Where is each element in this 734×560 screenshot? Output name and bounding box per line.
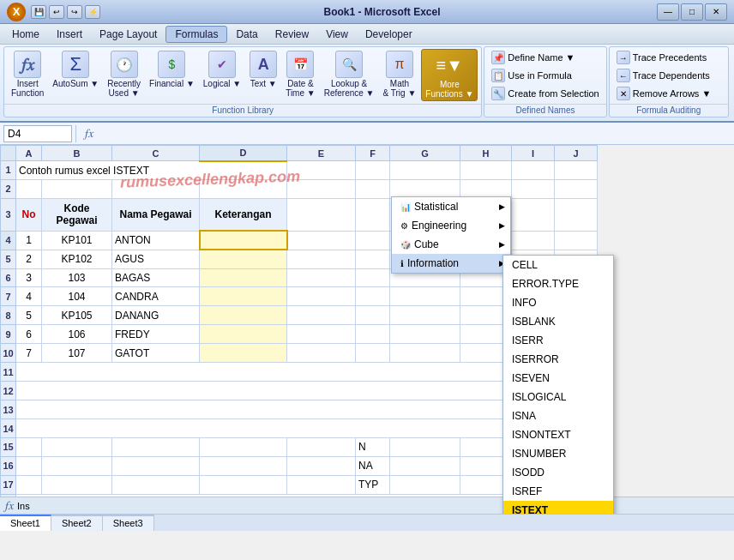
cell-f2[interactable] [356,179,390,198]
cell-c6[interactable]: BAGAS [112,268,200,287]
cell-g1[interactable] [390,161,460,180]
cell-d9[interactable] [200,325,287,344]
cell-d3[interactable]: Keterangan [200,198,287,231]
cell-c16[interactable] [112,456,200,475]
cell-b16[interactable] [42,456,112,475]
col-header-b[interactable]: B [42,146,112,161]
cell-j3[interactable] [555,198,598,231]
redo-btn[interactable]: ↪ [67,5,82,19]
col-header-i[interactable]: I [512,146,555,161]
submenu-item-isref[interactable]: ISREF [503,482,613,501]
submenu-item-isnontext[interactable]: ISNONTEXT [503,425,613,444]
trace-precedents-button[interactable]: → Trace Precedents [613,49,710,66]
cell-j2[interactable] [555,179,598,198]
quick-access-toolbar[interactable]: 💾 ↩ ↪ ⚡ [31,5,100,19]
cell-b2[interactable] [42,179,112,198]
sheet-tab-2[interactable]: Sheet2 [51,515,103,531]
cell-a7[interactable]: 4 [16,287,42,306]
cell-e17[interactable] [287,475,356,494]
logical-button[interactable]: ✔ Logical ▼ [200,49,244,90]
cell-a6[interactable]: 3 [16,268,42,287]
cell-a1[interactable]: Contoh rumus excel ISTEXT [16,161,287,180]
submenu-item-iseven[interactable]: ISEVEN [503,369,613,388]
autosum-button[interactable]: Σ AutoSum ▼ [49,49,102,90]
menu-insert[interactable]: Insert [48,27,91,42]
cell-a8[interactable]: 5 [16,306,42,325]
cell-f7[interactable] [356,287,390,306]
cell-i1[interactable] [512,161,555,180]
cell-e4[interactable] [287,231,356,250]
window-controls[interactable]: — □ ✕ [657,3,727,21]
menu-view[interactable]: View [317,27,357,42]
cell-b15[interactable] [42,437,112,456]
define-name-button[interactable]: 📌 Define Name ▼ [488,49,578,66]
formula-bar-fx-icon[interactable]: 𝑓𝑥 [80,125,99,142]
submenu-item-istext[interactable]: ISTEXT [503,501,613,514]
cell-d4-selected[interactable] [200,231,287,250]
sheet-tab-3[interactable]: Sheet3 [103,515,154,531]
cell-i3[interactable] [512,198,555,231]
cell-g9[interactable] [390,325,460,344]
cell-g15[interactable] [390,437,460,456]
submenu-item-isnumber[interactable]: ISNUMBER [503,444,613,463]
cell-e1[interactable] [287,161,356,180]
cell-e9[interactable] [287,325,356,344]
submenu-item-iserror[interactable]: ISERROR [503,350,613,369]
submenu-item-cell[interactable]: CELL [503,256,613,274]
menu-page-layout[interactable]: Page Layout [91,27,165,42]
cell-b7[interactable]: 104 [42,287,112,306]
cell-d16[interactable] [200,456,287,475]
cell-b8[interactable]: KP105 [42,306,112,325]
cell-c7[interactable]: CANDRA [112,287,200,306]
col-header-j[interactable]: J [555,146,598,161]
cell-c5[interactable]: AGUS [112,250,200,268]
dropdown-item-information[interactable]: ℹ Information [392,254,510,273]
submenu-item-isblank[interactable]: ISBLANK [503,312,613,331]
save-btn[interactable]: 💾 [31,5,46,19]
cell-e16[interactable] [287,456,356,475]
cell-a5[interactable]: 2 [16,250,42,268]
submenu-item-errortype[interactable]: ERROR.TYPE [503,274,613,293]
cell-e3[interactable] [287,198,356,231]
cell-e8[interactable] [287,306,356,325]
submenu-item-iserr[interactable]: ISERR [503,331,613,350]
cell-c17[interactable] [112,475,200,494]
sheet-tab-1[interactable]: Sheet1 [0,515,51,531]
cell-d17[interactable] [200,475,287,494]
cell-c8[interactable]: DANANG [112,306,200,325]
cell-b5[interactable]: KP102 [42,250,112,268]
col-header-e[interactable]: E [287,146,356,161]
cell-d6[interactable] [200,268,287,287]
undo-btn[interactable]: ↩ [49,5,64,19]
cell-f6[interactable] [356,268,390,287]
cell-f16[interactable]: NA [356,456,390,475]
cell-d15[interactable] [200,437,287,456]
close-btn[interactable]: ✕ [705,3,727,21]
cell-c9[interactable]: FREDY [112,325,200,344]
cell-e6[interactable] [287,268,356,287]
formula-input[interactable] [102,125,731,142]
col-header-h[interactable]: H [460,146,512,161]
cell-h1[interactable] [460,161,512,180]
cell-c10[interactable]: GATOT [112,344,200,363]
cell-g16[interactable] [390,456,460,475]
more-functions-button[interactable]: ≡▼ MoreFunctions ▼ [421,49,478,101]
trace-dependents-button[interactable]: ← Trace Dependents [613,67,713,84]
cell-i2[interactable] [512,179,555,198]
submenu-item-info[interactable]: INFO [503,293,613,312]
cell-a2[interactable] [16,179,42,198]
cell-c4[interactable]: ANTON [112,231,200,250]
maximize-btn[interactable]: □ [681,3,703,21]
cell-a3[interactable]: No [16,198,42,231]
cell-f1[interactable] [356,161,390,180]
cell-f10[interactable] [356,344,390,363]
cell-a17[interactable] [16,475,42,494]
cell-f8[interactable] [356,306,390,325]
col-header-g[interactable]: G [390,146,460,161]
cell-b9[interactable]: 106 [42,325,112,344]
cell-c2[interactable] [112,179,200,198]
financial-button[interactable]: $ Financial ▼ [146,49,198,90]
cell-f17[interactable]: TYP [356,475,390,494]
math-trig-button[interactable]: π Math& Trig ▼ [380,49,420,99]
cell-a4[interactable]: 1 [16,231,42,250]
